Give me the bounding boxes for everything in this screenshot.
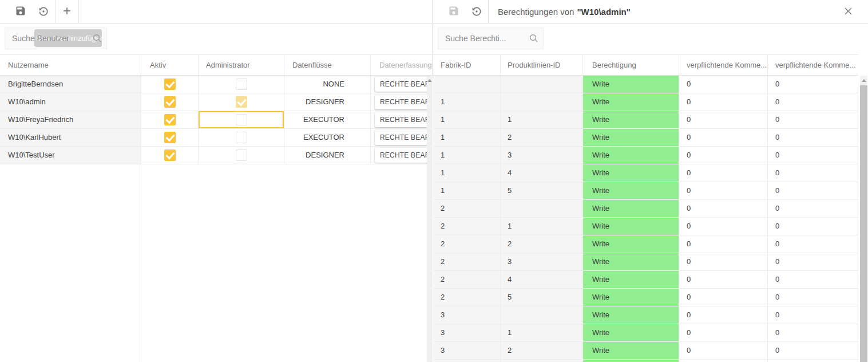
komm1-cell[interactable]: 0	[679, 360, 768, 362]
komm1-cell[interactable]: 0	[679, 342, 768, 359]
aktiv-checkbox[interactable]	[164, 78, 176, 90]
komm1-cell[interactable]: 0	[679, 271, 768, 288]
save-button-disabled[interactable]	[442, 0, 465, 23]
berechtigung-cell[interactable]: Write	[583, 93, 679, 111]
komm1-cell[interactable]: 0	[679, 129, 768, 146]
close-button[interactable]	[842, 6, 854, 18]
permission-search-box[interactable]	[438, 27, 544, 49]
scroll-up-icon[interactable]	[862, 79, 866, 82]
datenfluesse-cell[interactable]: EXECUTOR	[284, 111, 371, 128]
rechte-bearbeiten-button[interactable]: RECHTE BEARBEITEN	[375, 130, 430, 145]
komm1-cell[interactable]: 0	[679, 235, 768, 253]
permission-search-input[interactable]	[438, 28, 518, 49]
komm2-cell[interactable]: 0	[768, 360, 858, 362]
komm2-cell[interactable]: 0	[768, 200, 858, 217]
komm2-cell[interactable]: 0	[768, 306, 858, 324]
berechtigung-cell[interactable]: Write	[583, 253, 679, 270]
column-header-berechtigung[interactable]: Berechtigung	[583, 55, 679, 75]
rechte-bearbeiten-button[interactable]: RECHTE BEARBEITEN	[375, 95, 430, 109]
history-button[interactable]	[465, 0, 488, 23]
komm2-cell[interactable]: 0	[768, 182, 858, 199]
komm1-cell[interactable]: 0	[679, 164, 768, 182]
komm2-cell[interactable]: 0	[768, 93, 858, 111]
komm2-cell[interactable]: 0	[768, 218, 858, 235]
save-button[interactable]	[9, 0, 32, 23]
aktiv-cell[interactable]	[141, 129, 199, 146]
komm2-cell[interactable]: 0	[768, 324, 858, 341]
komm2-cell[interactable]: 0	[768, 111, 858, 128]
aktiv-checkbox[interactable]	[164, 114, 176, 125]
datenfluesse-cell[interactable]: DESIGNER	[284, 147, 371, 164]
column-header-datenerfassung[interactable]: Datenerfassung	[371, 55, 432, 75]
berechtigung-cell[interactable]: Write	[583, 235, 679, 253]
add-user-button[interactable]	[56, 0, 78, 23]
column-header-komm2[interactable]: verpflichtende Komme...	[768, 55, 858, 75]
datenfluesse-cell[interactable]: NONE	[284, 76, 371, 93]
komm2-cell[interactable]: 0	[768, 342, 858, 359]
datenfluesse-cell[interactable]: EXECUTOR	[284, 129, 371, 146]
administrator-checkbox[interactable]	[236, 114, 247, 125]
aktiv-cell[interactable]	[141, 76, 199, 93]
aktiv-cell[interactable]	[141, 147, 199, 164]
berechtigung-cell[interactable]: Write	[583, 289, 679, 306]
komm1-cell[interactable]: 0	[679, 253, 768, 270]
komm1-cell[interactable]: 0	[679, 111, 768, 128]
berechtigung-cell[interactable]: Write	[583, 324, 679, 341]
komm1-cell[interactable]: 0	[679, 218, 768, 235]
berechtigung-cell[interactable]: Write	[583, 271, 679, 288]
berechtigung-cell[interactable]: Write	[583, 76, 679, 93]
column-header-fabrik-id[interactable]: Fabrik-ID	[433, 55, 501, 75]
komm1-cell[interactable]: 0	[679, 306, 768, 324]
rechte-bearbeiten-button[interactable]: RECHTE BEARBEITEN	[375, 77, 430, 92]
column-header-administrator[interactable]: Administrator	[199, 55, 284, 75]
administrator-cell[interactable]	[199, 76, 284, 93]
permissions-scrollbar[interactable]	[860, 76, 867, 362]
history-button[interactable]	[32, 0, 55, 23]
rechte-bearbeiten-button[interactable]: RECHTE BEARBEITEN	[375, 112, 430, 127]
administrator-checkbox[interactable]	[236, 78, 247, 90]
berechtigung-cell[interactable]: Write	[583, 164, 679, 182]
komm2-cell[interactable]: 0	[768, 271, 858, 288]
komm2-cell[interactable]: 0	[768, 289, 858, 306]
komm1-cell[interactable]: 0	[679, 289, 768, 306]
komm1-cell[interactable]: 0	[679, 147, 768, 164]
komm2-cell[interactable]: 0	[768, 235, 858, 253]
user-search-input[interactable]	[5, 28, 85, 49]
komm2-cell[interactable]: 0	[768, 76, 858, 93]
berechtigung-cell[interactable]: Write	[583, 218, 679, 235]
komm1-cell[interactable]: 0	[679, 324, 768, 341]
administrator-cell[interactable]	[199, 147, 284, 164]
column-header-komm1[interactable]: verpflichtende Komme...	[679, 55, 768, 75]
berechtigung-cell[interactable]: Write	[583, 129, 679, 146]
berechtigung-cell[interactable]: Write	[583, 111, 679, 128]
administrator-checkbox[interactable]	[236, 149, 247, 161]
komm1-cell[interactable]: 0	[679, 182, 768, 199]
aktiv-checkbox[interactable]	[164, 96, 176, 108]
berechtigung-cell[interactable]: Write	[583, 147, 679, 164]
column-header-produktlinien-id[interactable]: Produktlinien-ID	[501, 55, 583, 75]
aktiv-cell[interactable]	[141, 93, 199, 111]
komm1-cell[interactable]: 0	[679, 76, 768, 93]
komm1-cell[interactable]: 0	[679, 93, 768, 111]
aktiv-cell[interactable]	[141, 111, 199, 128]
administrator-cell[interactable]	[199, 93, 284, 111]
komm2-cell[interactable]: 0	[768, 147, 858, 164]
scrollbar-thumb[interactable]	[860, 85, 867, 362]
scroll-up-icon[interactable]	[427, 79, 432, 82]
administrator-cell[interactable]	[199, 129, 284, 146]
datenfluesse-cell[interactable]: DESIGNER	[284, 93, 371, 111]
komm2-cell[interactable]: 0	[768, 253, 858, 270]
berechtigung-cell[interactable]: Write	[583, 360, 679, 362]
aktiv-checkbox[interactable]	[164, 132, 176, 143]
komm2-cell[interactable]: 0	[768, 164, 858, 182]
column-header-nutzername[interactable]: Nutzername	[0, 55, 141, 75]
aktiv-checkbox[interactable]	[164, 149, 176, 161]
administrator-cell[interactable]	[199, 111, 284, 128]
column-header-aktiv[interactable]: Aktiv	[141, 55, 199, 75]
komm2-cell[interactable]: 0	[768, 129, 858, 146]
berechtigung-cell[interactable]: Write	[583, 306, 679, 324]
administrator-checkbox[interactable]	[236, 132, 247, 143]
berechtigung-cell[interactable]: Write	[583, 200, 679, 217]
berechtigung-cell[interactable]: Write	[583, 182, 679, 199]
berechtigung-cell[interactable]: Write	[583, 342, 679, 359]
